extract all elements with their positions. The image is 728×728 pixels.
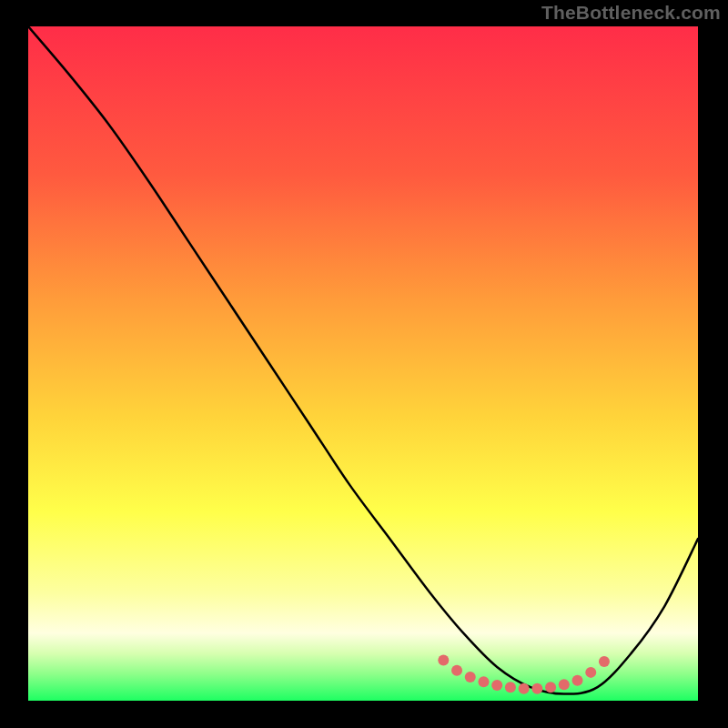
optimal-dot bbox=[491, 680, 502, 691]
chart-frame: TheBottleneck.com bbox=[0, 0, 728, 728]
optimal-dot bbox=[478, 676, 489, 687]
optimal-dot bbox=[572, 675, 583, 686]
chart-svg bbox=[28, 26, 698, 701]
bottleneck-plot bbox=[28, 26, 698, 701]
optimal-dot bbox=[438, 655, 449, 666]
optimal-dot bbox=[599, 656, 610, 667]
optimal-dot bbox=[531, 683, 542, 694]
gradient-background bbox=[28, 26, 698, 701]
optimal-dot bbox=[505, 682, 516, 693]
optimal-dot bbox=[451, 665, 462, 676]
optimal-dot bbox=[559, 679, 570, 690]
optimal-dot bbox=[585, 667, 596, 678]
optimal-dot bbox=[519, 683, 530, 694]
optimal-dot bbox=[545, 682, 556, 693]
watermark-text: TheBottleneck.com bbox=[541, 2, 721, 24]
optimal-dot bbox=[465, 672, 476, 682]
